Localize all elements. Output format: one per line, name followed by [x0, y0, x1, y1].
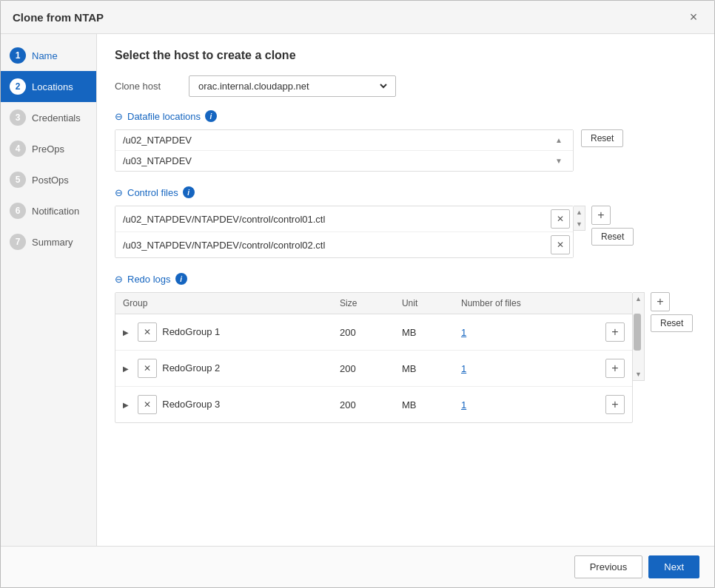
datafile-row-1: /u02_NTAPDEV ▲ [115, 130, 573, 151]
clone-host-dropdown[interactable]: orac.internal.cloudapp.net [195, 80, 389, 92]
redo-add-row-1[interactable]: + [605, 322, 625, 342]
control-path-2: /u03_NTAPDEV/NTAPDEV/control/control02.c… [115, 234, 548, 256]
sidebar-item-postops[interactable]: 5 PostOps [1, 164, 96, 195]
dialog-title: Clone from NTAP [13, 11, 104, 24]
control-list: /u02_NTAPDEV/NTAPDEV/control/control01.c… [115, 206, 574, 258]
step-num-4: 4 [10, 141, 26, 157]
redo-unit-3: MB [395, 387, 454, 423]
redo-section: ⊖ Redo logs i Group Size Un [115, 273, 696, 423]
step-num-5: 5 [10, 172, 26, 188]
control-section-title: Control files [127, 187, 178, 198]
redo-scroll-up[interactable]: ▲ [633, 293, 644, 305]
redo-section-title: Redo logs [127, 274, 171, 285]
sidebar-item-locations[interactable]: 2 Locations [1, 71, 96, 102]
sidebar-label-credentials: Credentials [32, 112, 81, 124]
clone-host-row: Clone host orac.internal.cloudapp.net [115, 75, 696, 97]
sidebar-item-summary[interactable]: 7 Summary [1, 226, 96, 257]
clone-host-label: Clone host [115, 81, 189, 92]
redo-delete-2[interactable]: ✕ [138, 359, 157, 378]
redo-size-2: 200 [332, 351, 395, 387]
datafile-row-2: /u03_NTAPDEV ▼ [115, 151, 573, 171]
redo-add-group-button[interactable]: + [651, 292, 670, 311]
redo-row-2: ▶ ✕ RedoGroup 2 200 MB 1 + [115, 351, 632, 387]
dialog-header: Clone from NTAP × [1, 1, 714, 34]
redo-row2-actions: + [598, 351, 632, 387]
redo-section-header: ⊖ Redo logs i [115, 273, 696, 285]
control-section-header: ⊖ Control files i [115, 186, 696, 198]
redo-collapse-icon[interactable]: ⊖ [115, 274, 123, 285]
redo-row-1: ▶ ✕ RedoGroup 1 200 MB 1 + [115, 314, 632, 351]
datafile-reset-button[interactable]: Reset [581, 129, 623, 147]
control-collapse-icon[interactable]: ⊖ [115, 187, 123, 198]
redo-size-1: 200 [332, 314, 395, 351]
sidebar-item-preops[interactable]: 4 PreOps [1, 133, 96, 164]
sidebar-label-summary: Summary [32, 237, 73, 248]
sidebar-label-preops: PreOps [32, 143, 64, 155]
sidebar-label-locations: Locations [32, 81, 73, 92]
datafile-scroll-up[interactable]: ▲ [552, 136, 565, 144]
close-button[interactable]: × [685, 8, 702, 26]
redo-expand-3[interactable]: ▶ [123, 401, 129, 409]
redo-expand-2[interactable]: ▶ [123, 365, 129, 373]
step-num-7: 7 [10, 234, 26, 250]
col-actions [598, 293, 632, 314]
redo-row3-actions: + [598, 387, 632, 423]
redo-scroll-down[interactable]: ▼ [633, 368, 644, 380]
redo-numfiles-2: 1 [454, 351, 598, 387]
redo-group-2: ▶ ✕ RedoGroup 2 [115, 351, 332, 387]
datafile-section-header: ⊖ Datafile locations i [115, 110, 696, 122]
redo-group-3: ▶ ✕ RedoGroup 3 [115, 387, 332, 423]
redo-row-3: ▶ ✕ RedoGroup 3 200 MB 1 + [115, 387, 632, 423]
redo-expand-1[interactable]: ▶ [123, 328, 129, 337]
control-scroll-up[interactable]: ▲ [574, 206, 585, 218]
sidebar-item-notification[interactable]: 6 Notification [1, 195, 96, 226]
step-num-3: 3 [10, 109, 26, 126]
redo-delete-3[interactable]: ✕ [138, 395, 157, 414]
sidebar-label-name: Name [32, 50, 58, 61]
control-row-1: /u02_NTAPDEV/NTAPDEV/control/control01.c… [115, 206, 573, 232]
redo-table: Group Size Unit Number of files [115, 293, 632, 422]
redo-row1-actions: + [598, 314, 632, 351]
datafile-path-2: /u03_NTAPDEV [123, 155, 552, 166]
datafile-collapse-icon[interactable]: ⊖ [115, 111, 123, 122]
sidebar: 1 Name 2 Locations 3 Credentials 4 PreOp… [1, 34, 97, 546]
datafile-scroll-down[interactable]: ▼ [552, 157, 565, 165]
redo-reset-button[interactable]: Reset [651, 314, 693, 332]
control-scroll-down[interactable]: ▼ [574, 218, 585, 230]
col-numfiles: Number of files [454, 293, 598, 314]
redo-size-3: 200 [332, 387, 395, 423]
next-button[interactable]: Next [648, 555, 699, 578]
control-row-2: /u03_NTAPDEV/NTAPDEV/control/control02.c… [115, 232, 573, 257]
control-reset-button[interactable]: Reset [591, 228, 634, 246]
dialog-footer: Previous Next [1, 546, 714, 587]
redo-unit-1: MB [395, 314, 454, 351]
control-delete-2[interactable]: ✕ [551, 235, 570, 254]
clone-dialog: Clone from NTAP × 1 Name 2 Locations 3 C… [0, 0, 715, 588]
previous-button[interactable]: Previous [574, 555, 643, 578]
col-unit: Unit [395, 293, 454, 314]
control-path-1: /u02_NTAPDEV/NTAPDEV/control/control01.c… [115, 209, 548, 230]
datafile-list: /u02_NTAPDEV ▲ /u03_NTAPDEV ▼ [115, 129, 574, 172]
redo-delete-1[interactable]: ✕ [138, 322, 157, 342]
datafile-path-1: /u02_NTAPDEV [123, 135, 552, 146]
sidebar-label-postops: PostOps [32, 175, 69, 186]
redo-add-row-2[interactable]: + [605, 359, 625, 378]
datafile-section-title: Datafile locations [127, 111, 201, 122]
control-section: ⊖ Control files i /u02_NTAPDEV/NTAPDEV/c… [115, 186, 696, 258]
redo-info-icon[interactable]: i [175, 273, 187, 285]
sidebar-item-credentials[interactable]: 3 Credentials [1, 102, 96, 133]
redo-add-row-3[interactable]: + [605, 395, 625, 414]
sidebar-item-name[interactable]: 1 Name [1, 40, 96, 71]
datafile-section: ⊖ Datafile locations i /u02_NTAPDEV ▲ /u… [115, 110, 696, 172]
redo-group-1: ▶ ✕ RedoGroup 1 [115, 314, 332, 351]
control-add-button[interactable]: + [591, 206, 611, 225]
sidebar-label-notification: Notification [32, 206, 79, 217]
dialog-body: 1 Name 2 Locations 3 Credentials 4 PreOp… [1, 34, 714, 546]
redo-numfiles-3: 1 [454, 387, 598, 423]
step-num-2: 2 [10, 78, 26, 95]
datafile-info-icon[interactable]: i [205, 110, 217, 122]
clone-host-select[interactable]: orac.internal.cloudapp.net [189, 75, 396, 97]
redo-numfiles-1: 1 [454, 314, 598, 351]
control-delete-1[interactable]: ✕ [551, 209, 570, 229]
control-info-icon[interactable]: i [183, 186, 195, 198]
